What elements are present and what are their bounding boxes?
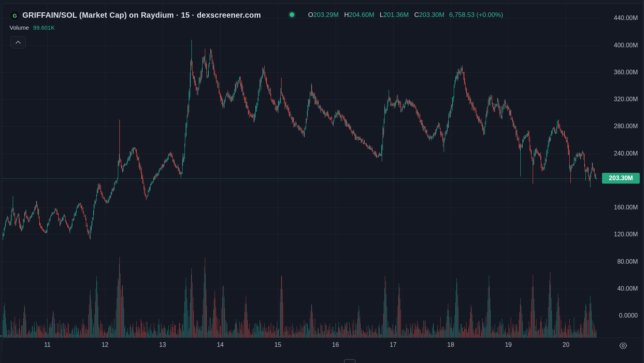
- token-logo: G: [10, 10, 20, 21]
- price-tick: 240.00M: [614, 150, 638, 157]
- low-value: 201.36M: [383, 11, 409, 19]
- time-tick: 13: [155, 341, 170, 348]
- time-tick: 15: [270, 341, 285, 348]
- date-range-icon-partial[interactable]: [344, 359, 356, 363]
- cropped-left-element: ×: [0, 333, 2, 339]
- chart-canvas[interactable]: [0, 0, 644, 363]
- change-value: 6,758.53 (+0.00%): [449, 11, 503, 19]
- volume-label: Volume: [10, 24, 29, 31]
- axis-settings-button[interactable]: [617, 340, 629, 351]
- volume-legend: Volume 99.601K: [10, 24, 55, 31]
- price-tick: 120.00M: [614, 231, 638, 238]
- high-label: H: [344, 11, 349, 19]
- close-label: C: [414, 11, 419, 19]
- open-value: 203.29M: [313, 11, 339, 19]
- price-axis[interactable]: 440.00M400.00M360.00M320.00M280.00M240.0…: [602, 3, 644, 338]
- close-value: 203.30M: [419, 11, 444, 19]
- volume-value: 99.601K: [33, 24, 55, 31]
- time-tick: 17: [386, 341, 401, 348]
- chart-title: GRIFFAIN/SOL (Market Cap) on Raydium · 1…: [22, 11, 261, 20]
- time-tick: 12: [97, 341, 113, 348]
- time-tick: 14: [213, 341, 228, 348]
- price-tick: 280.00M: [614, 123, 638, 130]
- price-tick: 360.00M: [614, 69, 638, 76]
- chevron-up-icon: [15, 41, 21, 44]
- price-tick: 160.00M: [614, 204, 638, 211]
- price-tick: 320.00M: [614, 96, 638, 103]
- gear-icon: [619, 341, 627, 350]
- time-tick: 16: [328, 341, 343, 348]
- ohlc-legend: O203.29M H204.60M L201.36M C203.30M 6,75…: [308, 11, 503, 19]
- price-tick: 80.00M: [617, 258, 638, 265]
- price-tick: 40.00M: [617, 285, 638, 292]
- time-tick: 19: [501, 341, 516, 348]
- price-tick: 0.0000: [619, 312, 638, 319]
- open-label: O: [308, 11, 313, 19]
- bottom-toolbar-strip: [2, 353, 644, 363]
- high-value: 204.60M: [349, 11, 374, 19]
- price-tick: 400.00M: [614, 42, 638, 49]
- last-price-badge: 203.30M: [602, 173, 640, 184]
- live-status-dot-icon: [290, 12, 294, 17]
- time-axis[interactable]: 11121314151617181920: [2, 338, 644, 353]
- time-tick: 18: [443, 341, 458, 348]
- collapse-legend-button[interactable]: [10, 36, 26, 49]
- price-tick: 440.00M: [614, 15, 638, 22]
- low-label: L: [380, 11, 383, 19]
- dexscreener-chart-page: G GRIFFAIN/SOL (Market Cap) on Raydium ·…: [0, 0, 644, 363]
- time-tick: 20: [558, 341, 574, 348]
- time-tick: 11: [40, 341, 55, 348]
